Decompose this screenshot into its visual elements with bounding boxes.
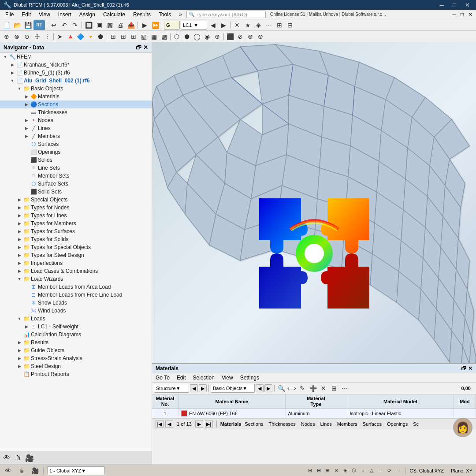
panel-close-btn[interactable]: ✕ bbox=[468, 365, 472, 372]
status-camera-btn[interactable]: 🎥 bbox=[30, 466, 40, 476]
next-lc[interactable]: ▶ bbox=[219, 20, 228, 30]
viewy-btn[interactable]: ▩ bbox=[105, 20, 115, 30]
st2[interactable]: ⊟ bbox=[315, 467, 323, 475]
s5[interactable]: ⋮ bbox=[42, 32, 52, 41]
first-page-btn[interactable]: |◀ bbox=[156, 420, 164, 428]
s6[interactable]: ➤ bbox=[55, 32, 65, 41]
tree-surfacesets[interactable]: ⬡ Surface Sets bbox=[0, 180, 152, 188]
tree-steel-design[interactable]: ▶ 📁 Steel Design bbox=[0, 362, 152, 370]
menu-file[interactable]: File bbox=[2, 11, 17, 19]
t2[interactable]: ★ bbox=[243, 20, 253, 30]
copy-mat-btn[interactable]: ⊞ bbox=[329, 383, 339, 393]
s19[interactable]: ◯ bbox=[192, 32, 202, 41]
t6[interactable]: ⊟ bbox=[285, 20, 295, 30]
tree-stress-strain[interactable]: ▶ 📁 Stress-Strain Analysis bbox=[0, 354, 152, 362]
settings-menu[interactable]: Settings bbox=[238, 374, 261, 381]
search-mat-btn[interactable]: 🔍 bbox=[276, 383, 286, 393]
tree-wind-loads[interactable]: 🌬 Wind Loads bbox=[0, 307, 152, 315]
tab-sc-label[interactable]: Sc bbox=[411, 421, 420, 427]
s16[interactable]: ▩ bbox=[159, 32, 169, 41]
tree-line-load[interactable]: ⊟ Member Loads from Free Line Load bbox=[0, 291, 152, 299]
nav-cursor-icon[interactable]: 🖱 bbox=[13, 453, 23, 463]
menu-edit[interactable]: Edit bbox=[18, 11, 34, 19]
s18[interactable]: ⬢ bbox=[182, 32, 192, 41]
s7[interactable]: 🔺 bbox=[65, 32, 75, 41]
tree-area-load[interactable]: ⊞ Member Loads from Area Load bbox=[0, 283, 152, 291]
menu-view[interactable]: View bbox=[35, 11, 54, 19]
tree-solids[interactable]: ⬛ Solids bbox=[0, 156, 152, 164]
s4[interactable]: ☩ bbox=[32, 32, 42, 41]
s13[interactable]: ⊞ bbox=[129, 32, 138, 41]
nav-restore-btn[interactable]: 🗗 bbox=[136, 44, 141, 51]
maximize-button[interactable]: □ bbox=[450, 2, 459, 8]
st1[interactable]: ⊞ bbox=[306, 467, 314, 475]
edit-menu[interactable]: Edit bbox=[175, 374, 188, 381]
st8[interactable]: △ bbox=[368, 467, 376, 475]
tree-types-solids[interactable]: ▶ 📁 Types for Solids bbox=[0, 235, 152, 243]
tree-file-3[interactable]: ▼ 📄 Alu_Grid_Shell_002 (1).rf6 bbox=[0, 77, 152, 85]
t1[interactable]: ✕ bbox=[232, 20, 242, 30]
structure-dropdown[interactable]: Structure ▼ bbox=[154, 384, 189, 393]
s23[interactable]: ⊘ bbox=[235, 32, 245, 41]
s17[interactable]: ⬡ bbox=[172, 32, 182, 41]
goto-menu[interactable]: Go To bbox=[154, 374, 171, 381]
t5[interactable]: ⊞ bbox=[275, 20, 284, 30]
menu-close[interactable]: ✕ bbox=[466, 11, 474, 18]
prev-page-btn2[interactable]: ◀ bbox=[165, 420, 173, 428]
tree-solidsets[interactable]: ⬛ Solid Sets bbox=[0, 188, 152, 196]
tab-lines-label[interactable]: Lines bbox=[318, 421, 333, 427]
tree-imperfections[interactable]: ▶ 📁 Imperfections bbox=[0, 259, 152, 267]
tree-linesets[interactable]: ≡ Line Sets bbox=[0, 164, 152, 172]
tree-guide-objects[interactable]: ▶ 📁 Guide Objects bbox=[0, 346, 152, 354]
s9[interactable]: 🔸 bbox=[86, 32, 95, 41]
add-mat-btn[interactable]: ➕ bbox=[308, 383, 318, 393]
open-btn[interactable]: 📂 bbox=[12, 20, 22, 30]
edit-mat-btn[interactable]: ✎ bbox=[298, 383, 307, 393]
st3[interactable]: ⊕ bbox=[324, 467, 331, 475]
tree-lc1[interactable]: ▶ ⊡ LC1 - Self-weight bbox=[0, 323, 152, 331]
s22[interactable]: ⬛ bbox=[225, 32, 235, 41]
status-view-btn[interactable]: 👁 bbox=[4, 466, 13, 476]
s20[interactable]: ◉ bbox=[202, 32, 212, 41]
s2[interactable]: ⊗ bbox=[12, 32, 22, 41]
menu-results[interactable]: Results bbox=[130, 11, 154, 19]
tree-root-rfem[interactable]: ▼ 🔧 RFEM bbox=[0, 53, 152, 61]
tree-openings[interactable]: ⬜ Openings bbox=[0, 148, 152, 156]
panel-header-controls[interactable]: 🗗 ✕ bbox=[461, 365, 472, 372]
t4[interactable]: ⋯ bbox=[264, 20, 274, 30]
tree-calc-diagrams[interactable]: 📊 Calculation Diagrams bbox=[0, 331, 152, 338]
st6[interactable]: ⬡ bbox=[350, 467, 358, 475]
tree-basic-objects[interactable]: ▼ 📁 Basic Objects bbox=[0, 85, 152, 93]
s24[interactable]: ⊛ bbox=[245, 32, 255, 41]
tab-members-label[interactable]: Members bbox=[335, 421, 359, 427]
st10[interactable]: ⟳ bbox=[385, 467, 393, 475]
selection-menu[interactable]: Selection bbox=[191, 374, 216, 381]
del-mat-btn[interactable]: ✕ bbox=[319, 383, 328, 393]
nav-camera-icon[interactable]: 🎥 bbox=[25, 453, 34, 463]
tree-sections[interactable]: ▶ 🔵 Sections bbox=[0, 100, 152, 108]
viewx-btn[interactable]: ▣ bbox=[94, 20, 104, 30]
status-cursor-btn[interactable]: 🖱 bbox=[17, 466, 26, 476]
undo-btn[interactable]: ↶ bbox=[60, 20, 69, 30]
coord-system-dropdown[interactable]: 1 - Global XYZ ▼ bbox=[47, 466, 104, 475]
menu-tools[interactable]: Tools bbox=[155, 11, 175, 19]
tab-sections-label[interactable]: Sections bbox=[243, 421, 265, 427]
panel-restore-btn[interactable]: 🗗 bbox=[461, 365, 466, 372]
next-page-btn2[interactable]: ▶ bbox=[195, 420, 203, 428]
tab-materials-label[interactable]: Materials bbox=[220, 421, 242, 427]
st5[interactable]: ◈ bbox=[341, 467, 349, 475]
last-page-btn[interactable]: ▶| bbox=[205, 420, 213, 428]
st4[interactable]: ⊘ bbox=[332, 467, 340, 475]
table-row[interactable]: 1 EN AW-6060 (EP) T66 Aluminum Isotropic… bbox=[152, 409, 476, 418]
s25[interactable]: ⊚ bbox=[256, 32, 265, 41]
tree-lines[interactable]: ▶ ╱ Lines bbox=[0, 124, 152, 132]
s1[interactable]: ⊕ bbox=[2, 32, 11, 41]
play-btn[interactable]: ▶ bbox=[140, 20, 149, 30]
next-obj-btn[interactable]: ▶ bbox=[264, 384, 272, 392]
tree-types-lines[interactable]: ▶ 📁 Types for Lines bbox=[0, 212, 152, 219]
tree-types-surfaces[interactable]: ▶ 📁 Types for Surfaces bbox=[0, 227, 152, 235]
s10[interactable]: ⬟ bbox=[96, 32, 105, 41]
tab-surfaces-label[interactable]: Surfaces bbox=[361, 421, 383, 427]
st11[interactable]: ⋯ bbox=[394, 467, 402, 475]
lc-dropdown[interactable]: G bbox=[164, 21, 180, 30]
